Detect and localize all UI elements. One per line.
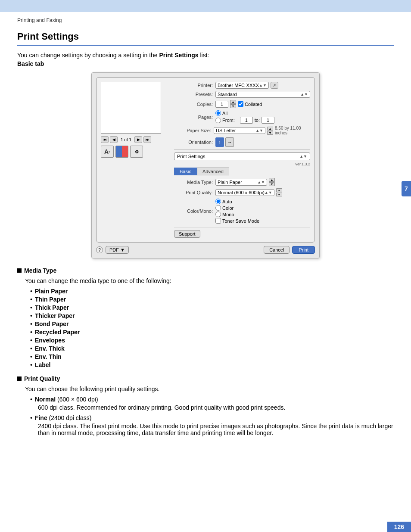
orientation-label: Orientation: [174, 140, 213, 145]
auto-radio-label: Auto [215, 199, 232, 204]
paper-size-desc: 8.50 by 11.00 inches [275, 126, 310, 135]
mono-radio-label: Mono [215, 212, 234, 217]
paper-size-select[interactable]: US Letter ▲▼ [214, 127, 265, 134]
settings-icon: ⚙ [130, 146, 143, 158]
pages-label: Pages: [174, 115, 213, 120]
copies-stepper[interactable]: ▲ ▼ [230, 100, 236, 108]
chapter-tab: 7 [402, 181, 411, 196]
orientation-btns: ↑ → [215, 137, 234, 147]
media-type-row: Media Type: Plain Paper ▲▼ ▲ ▼ [174, 178, 310, 186]
pages-all-radio[interactable] [215, 110, 221, 116]
color-mono-row: Color/Mono: Auto Color Mono [174, 199, 310, 224]
color-icon [115, 146, 128, 158]
print-button[interactable]: Print [292, 246, 315, 254]
tab-advanced[interactable]: Advanced [197, 168, 229, 175]
tab-basic[interactable]: Basic [174, 168, 197, 175]
media-type-heading-text: Media Type [24, 267, 56, 274]
media-type-list: •Plain Paper•Thin Paper•Thick Paper•Thic… [17, 288, 394, 368]
orientation-row: Orientation: ↑ → [174, 137, 310, 147]
printer-row: Printer: Brother MFC-XXXX ▲▼ ↗ [174, 82, 310, 89]
nav-first-btn[interactable]: ⏮ [101, 136, 109, 143]
help-button[interactable]: ? [96, 246, 103, 253]
print-quality-heading-text: Print Quality [24, 375, 60, 382]
action-buttons: Cancel Print [264, 246, 315, 254]
print-quality-list: •Normal (600 × 600 dpi)600 dpi class. Re… [17, 396, 394, 436]
dialog-nav: ⏮ ◀ 1 of 1 ▶ ⏭ [101, 136, 170, 143]
printer-label: Printer: [174, 83, 213, 88]
media-type-section: Media Type You can change the media type… [17, 267, 394, 368]
paper-size-stepper[interactable]: ▲ ▼ [267, 127, 273, 135]
media-type-list-item: •Label [30, 361, 394, 368]
footer-left: ? PDF ▼ [96, 246, 129, 254]
print-quality-desc: You can choose the following print quali… [25, 386, 394, 392]
color-mono-label: Color/Mono: [174, 208, 213, 214]
print-quality-item-desc: 600 dpi class. Recommended for ordinary … [38, 404, 394, 411]
pages-to-input[interactable] [262, 117, 274, 124]
print-settings-row: Print Settings ▲▼ [174, 152, 310, 160]
media-type-label: Media Type: [174, 180, 213, 185]
media-type-list-item: •Bond Paper [30, 320, 394, 327]
print-quality-stepper[interactable]: ▲ ▼ [276, 188, 282, 196]
media-type-list-item: •Env. Thick [30, 345, 394, 352]
printer-expand-btn[interactable]: ↗ [271, 82, 278, 89]
presets-row: Presets: Standard ▲▼ [174, 91, 310, 98]
media-type-list-item: •Thick Paper [30, 304, 394, 311]
bullet-square-icon-2 [17, 376, 22, 381]
icon-row: A ≡ ⚙ [101, 146, 170, 158]
nav-last-btn[interactable]: ⏭ [143, 136, 151, 143]
landscape-btn[interactable]: → [225, 137, 234, 147]
print-quality-list-item: •Fine (2400 dpi class) [30, 414, 394, 421]
nav-prev-btn[interactable]: ◀ [110, 136, 118, 143]
basic-tab-label: Basic tab [17, 60, 394, 67]
copies-down-btn[interactable]: ▼ [230, 104, 236, 108]
print-quality-heading: Print Quality [17, 375, 394, 382]
pdf-button[interactable]: PDF ▼ [106, 246, 129, 254]
print-quality-item-desc: 2400 dpi class. The finest print mode. U… [38, 423, 394, 436]
media-type-list-item: •Envelopes [30, 337, 394, 344]
media-type-select[interactable]: Plain Paper ▲▼ [215, 179, 267, 186]
pages-from-input[interactable] [240, 117, 253, 124]
copies-row: Copies: ▲ ▼ Collated [174, 100, 310, 108]
pages-all-label: All [215, 110, 227, 116]
page-number: 126 [387, 522, 411, 532]
collated-checkbox-label: Collated [238, 101, 262, 107]
print-quality-section: Print Quality You can choose the followi… [17, 375, 394, 436]
copies-up-btn[interactable]: ▲ [230, 100, 236, 104]
media-type-list-item: •Thicker Paper [30, 312, 394, 319]
auto-radio[interactable] [215, 199, 221, 204]
media-type-stepper[interactable]: ▲ ▼ [269, 178, 275, 186]
portrait-btn[interactable]: ↑ [215, 137, 224, 147]
dialog-bottom: Support [174, 227, 310, 238]
dialog-screenshot: ⏮ ◀ 1 of 1 ▶ ⏭ A ≡ ⚙ [91, 72, 320, 258]
top-bar [0, 0, 411, 12]
media-type-list-item: •Env. Thin [30, 353, 394, 360]
collated-checkbox[interactable] [238, 101, 243, 107]
print-preview [101, 82, 161, 134]
color-radio[interactable] [215, 205, 221, 211]
toner-save-label: Toner Save Mode [215, 218, 259, 224]
print-quality-label: Print Quality: [174, 190, 213, 195]
copies-input[interactable] [215, 101, 228, 108]
tabs-row: Basic Advanced [174, 168, 310, 175]
paper-size-row: Paper Size: US Letter ▲▼ ▲ ▼ 8.50 by 11.… [174, 126, 310, 135]
print-quality-select[interactable]: Normal (600 x 600dpi) ▲▼ [215, 189, 274, 196]
nav-next-btn[interactable]: ▶ [134, 136, 142, 143]
toner-save-checkbox[interactable] [215, 218, 221, 224]
print-quality-row: Print Quality: Normal (600 x 600dpi) ▲▼ … [174, 188, 310, 196]
bullet-square-icon [17, 268, 22, 273]
pages-from-label: From: [215, 118, 235, 123]
color-radio-label: Color [215, 205, 234, 211]
support-button[interactable]: Support [174, 230, 200, 238]
page-title: Print Settings [17, 31, 394, 46]
dialog-footer: ? PDF ▼ Cancel Print [96, 246, 315, 254]
pages-from-radio[interactable] [215, 118, 221, 123]
printer-select[interactable]: Brother MFC-XXXX ▲▼ [215, 82, 269, 89]
cancel-button[interactable]: Cancel [264, 246, 290, 254]
presets-select[interactable]: Standard ▲▼ [215, 91, 310, 98]
print-settings-dropdown[interactable]: Print Settings ▲▼ [174, 152, 310, 160]
print-quality-list-item: •Normal (600 × 600 dpi) [30, 396, 394, 403]
media-type-list-item: •Plain Paper [30, 288, 394, 295]
letter-a-icon: A ≡ [101, 146, 114, 158]
mono-radio[interactable] [215, 212, 221, 217]
dialog-right-panel: Printer: Brother MFC-XXXX ▲▼ ↗ Presets: [174, 82, 310, 238]
